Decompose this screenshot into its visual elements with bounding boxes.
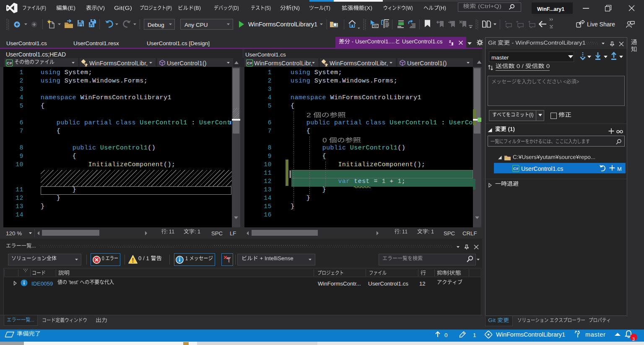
svg-text:C#: C#: [7, 61, 12, 65]
svg-text:C#: C#: [247, 61, 252, 65]
svg-text:C#: C#: [513, 166, 519, 171]
